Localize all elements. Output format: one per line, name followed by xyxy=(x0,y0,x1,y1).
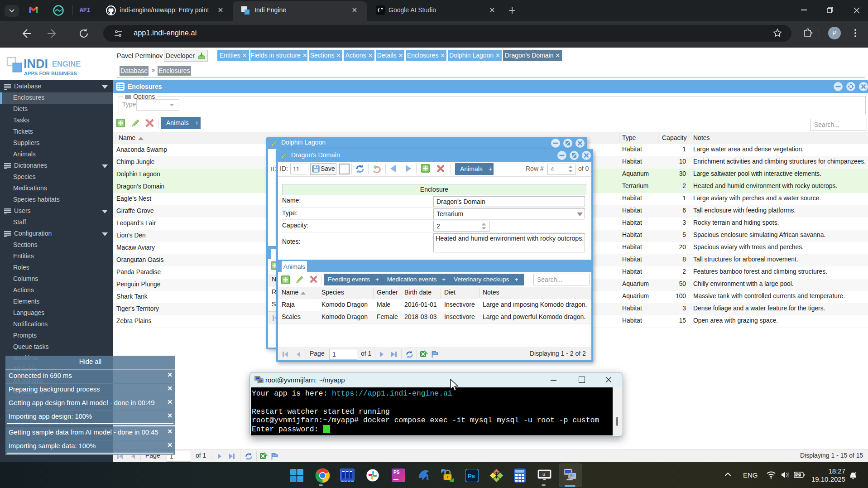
svg-text:INDI: INDI xyxy=(24,57,48,71)
svg-text:u: u xyxy=(542,473,545,477)
svg-text:ENGINE: ENGINE xyxy=(52,60,81,68)
svg-text:Ps: Ps xyxy=(468,473,475,479)
svg-text:z: z xyxy=(855,471,856,474)
svg-text:APPS FOR BUSINESS: APPS FOR BUSINESS xyxy=(24,71,77,76)
svg-text:PS: PS xyxy=(393,470,400,475)
